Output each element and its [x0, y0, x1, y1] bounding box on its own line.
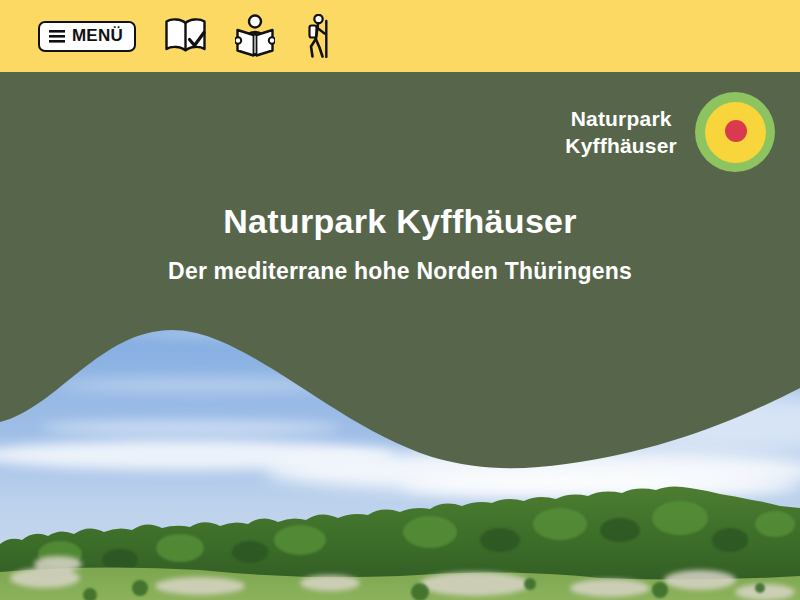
- menu-button-label: MENÜ: [72, 26, 123, 46]
- hiker-icon: [302, 14, 332, 58]
- wooded-hillside: [0, 480, 800, 600]
- hero-section: Naturpark Kyffhäuser Naturpark Kyffhäuse…: [0, 72, 800, 600]
- logo-text-line2: Kyffhäuser: [565, 132, 677, 159]
- site-logo[interactable]: Naturpark Kyffhäuser: [565, 92, 775, 172]
- topbar-icons: [163, 14, 332, 59]
- concentric-circles-logo-icon: [695, 92, 775, 172]
- top-bar: MENÜ: [0, 0, 800, 72]
- menu-button[interactable]: MENÜ: [38, 21, 136, 52]
- page-subtitle: Der mediterrane hohe Norden Thüringens: [0, 258, 800, 285]
- logo-text: Naturpark Kyffhäuser: [565, 105, 677, 159]
- page-title: Naturpark Kyffhäuser: [0, 202, 800, 241]
- logo-middle-circle: [705, 102, 766, 163]
- hamburger-icon: [49, 30, 65, 43]
- hiker-button[interactable]: [302, 14, 332, 58]
- person-reading-button[interactable]: [235, 14, 275, 59]
- logo-center-dot: [725, 120, 747, 142]
- open-book-check-icon: [163, 16, 208, 56]
- open-book-check-button[interactable]: [163, 16, 208, 56]
- logo-text-line1: Naturpark: [565, 105, 677, 132]
- person-reading-icon: [235, 14, 275, 59]
